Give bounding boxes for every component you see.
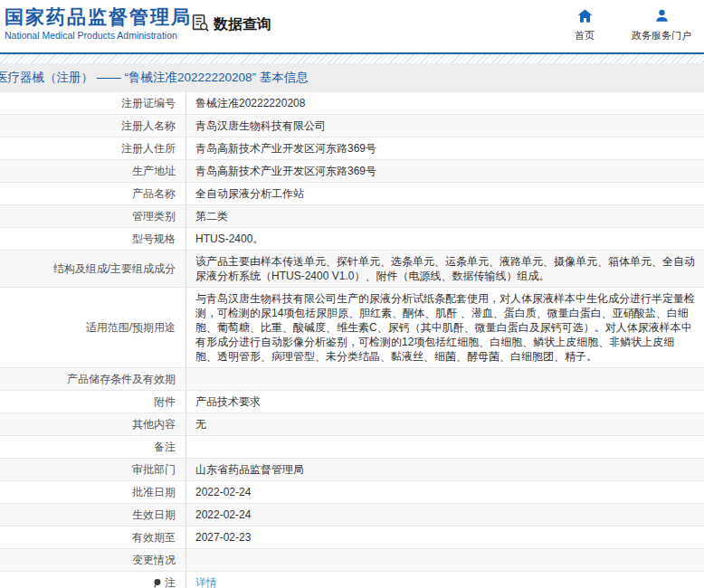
row-label: 型号规格 xyxy=(0,228,186,250)
row-label: 备注 xyxy=(0,436,186,458)
title-bar: 医疗器械（注册） —— “鲁械注准20222220208” 基本信息 xyxy=(0,63,704,92)
table-row: 备注 xyxy=(0,436,704,459)
nav-item-home-label: 首页 xyxy=(575,29,595,43)
site-header: 国家药品监督管理局 National Medical Products Admi… xyxy=(0,0,704,52)
row-label-text: 注 xyxy=(165,575,176,588)
row-value: 该产品主要由样本传送单元、探针单元、选条单元、运条单元、液路单元、摄像单元、箱体… xyxy=(186,251,704,287)
row-value: 鲁械注准20222220208 xyxy=(186,92,704,114)
logo-subtitle: National Medical Products Administration xyxy=(5,30,192,41)
table-row: 附件 产品技术要求 xyxy=(0,391,704,413)
row-label: 注册证编号 xyxy=(0,92,186,114)
table-row: 变更情况 xyxy=(0,549,704,572)
row-label: 变更情况 xyxy=(0,549,186,571)
row-value: 产品技术要求 xyxy=(186,391,704,413)
row-label: 适用范围/预期用途 xyxy=(0,288,186,367)
nav-item-gov-portal[interactable]: 政务服务门户 xyxy=(632,7,691,43)
row-label-text: 备注 xyxy=(154,440,176,455)
row-label: 产品储存条件及有效期 xyxy=(0,368,186,390)
row-label-text: 附件 xyxy=(154,394,176,410)
page-title: 医疗器械（注册） —— “鲁械注准20222220208” 基本信息 xyxy=(0,70,309,86)
row-label: 审批部门 xyxy=(0,459,186,480)
row-label: 结构及组成/主要组成成分 xyxy=(0,251,186,287)
row-label: 注册人名称 xyxy=(0,115,186,137)
note-icon xyxy=(152,578,162,588)
row-label-text: 产品名称 xyxy=(132,186,176,202)
row-value: 青岛汉唐生物科技有限公司 xyxy=(186,115,704,137)
row-label: 有效期至 xyxy=(0,526,186,548)
detail-link[interactable]: 详情 xyxy=(195,575,217,588)
row-value: 与青岛汉唐生物科技有限公司生产的尿液分析试纸条配套使用，对人体尿液样本中生化成分… xyxy=(186,288,704,367)
logo-title: 国家药品监督管理局 xyxy=(5,6,192,28)
table-row: 注册人名称 青岛汉唐生物科技有限公司 xyxy=(0,115,704,138)
row-label: 附件 xyxy=(0,391,186,413)
table-row: 其他内容 无 xyxy=(0,413,704,436)
row-value xyxy=(186,368,704,390)
table-row: 型号规格 HTUS-2400。 xyxy=(0,228,704,251)
row-label-text: 审批部门 xyxy=(132,462,176,478)
row-label-text: 注册人名称 xyxy=(121,119,176,134)
top-nav: 首页 政务服务门户 xyxy=(565,7,691,43)
row-label-text: 有效期至 xyxy=(132,530,176,545)
row-label: 产品名称 xyxy=(0,183,186,204)
row-value: 2022-02-24 xyxy=(186,481,704,503)
row-label: 注 xyxy=(0,572,186,588)
site-logo[interactable]: 国家药品监督管理局 National Medical Products Admi… xyxy=(5,6,192,41)
row-value: 2027-02-23 xyxy=(186,526,704,548)
registration-info-table: 注册证编号 鲁械注准20222220208 注册人名称 青岛汉唐生物科技有限公司 xyxy=(0,92,704,588)
row-label-text: 批准日期 xyxy=(132,485,176,500)
row-label-text: 生效日期 xyxy=(132,507,176,523)
document-search-icon xyxy=(190,13,210,36)
user-icon xyxy=(653,7,671,26)
table-row: 产品储存条件及有效期 xyxy=(0,368,704,391)
row-value: 全自动尿液分析工作站 xyxy=(186,183,704,204)
row-label-text: 生产地址 xyxy=(132,164,176,179)
row-label: 管理类别 xyxy=(0,205,186,227)
row-label: 生产地址 xyxy=(0,160,186,182)
table-row: 结构及组成/主要组成成分 该产品主要由样本传送单元、探针单元、选条单元、运条单元… xyxy=(0,251,704,288)
table-row: 注册证编号 鲁械注准20222220208 xyxy=(0,92,704,115)
row-label-text: 注册证编号 xyxy=(121,96,176,111)
row-value: 2022-02-24 xyxy=(186,504,704,526)
row-value xyxy=(186,549,704,571)
row-label-text: 变更情况 xyxy=(132,553,176,568)
home-icon xyxy=(576,7,594,26)
row-value: 无 xyxy=(186,413,704,435)
row-value: 山东省药品监督管理局 xyxy=(186,459,704,480)
data-query-label: 数据查询 xyxy=(214,15,271,34)
table-row: 产品名称 全自动尿液分析工作站 xyxy=(0,183,704,205)
row-label-text: 适用范围/预期用途 xyxy=(86,320,176,336)
table-row: 审批部门 山东省药品监督管理局 xyxy=(0,459,704,481)
table-row: 批准日期 2022-02-24 xyxy=(0,481,704,504)
table-row: 有效期至 2027-02-23 xyxy=(0,526,704,549)
row-value: 详情 xyxy=(186,572,704,588)
row-label-text: 结构及组成/主要组成成分 xyxy=(53,261,176,277)
row-value: 青岛高新技术产业开发区河东路369号 xyxy=(186,160,704,182)
row-label: 批准日期 xyxy=(0,481,186,503)
nav-item-home[interactable]: 首页 xyxy=(565,7,604,43)
row-label-text: 管理类别 xyxy=(132,209,176,224)
table-row: 注 详情 xyxy=(0,572,704,588)
row-value xyxy=(186,436,704,458)
row-value: 第二类 xyxy=(186,205,704,227)
table-row: 适用范围/预期用途 与青岛汉唐生物科技有限公司生产的尿液分析试纸条配套使用，对人… xyxy=(0,288,704,368)
row-value: HTUS-2400。 xyxy=(186,228,704,250)
row-label-text: 注册人住所 xyxy=(121,141,176,156)
nav-item-gov-portal-label: 政务服务门户 xyxy=(632,29,691,43)
data-query-nav[interactable]: 数据查询 xyxy=(190,13,271,36)
table-row: 管理类别 第二类 xyxy=(0,205,704,228)
hatched-band xyxy=(0,54,704,63)
table-row: 生效日期 2022-02-24 xyxy=(0,504,704,526)
table-row: 生产地址 青岛高新技术产业开发区河东路369号 xyxy=(0,160,704,183)
row-label: 其他内容 xyxy=(0,413,186,435)
row-label-text: 型号规格 xyxy=(132,232,176,247)
row-label: 生效日期 xyxy=(0,504,186,526)
table-row: 注册人住所 青岛高新技术产业开发区河东路369号 xyxy=(0,138,704,160)
row-value: 青岛高新技术产业开发区河东路369号 xyxy=(186,138,704,159)
row-label-text: 产品储存条件及有效期 xyxy=(67,372,176,387)
row-label-text: 其他内容 xyxy=(132,417,176,432)
row-label: 注册人住所 xyxy=(0,138,186,159)
